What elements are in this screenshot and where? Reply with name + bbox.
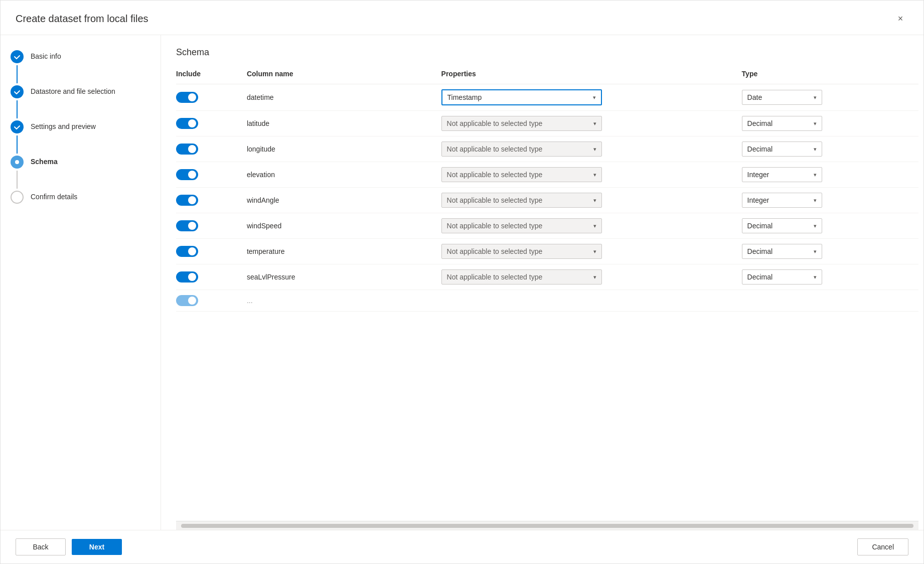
col-header-name: Column name xyxy=(247,66,441,84)
type-value-longitude: Decimal xyxy=(747,145,773,153)
type-dropdown-longitude[interactable]: Decimal ▾ xyxy=(742,142,822,157)
type-value-datetime: Date xyxy=(747,93,762,101)
chevron-down-icon: ▾ xyxy=(593,94,596,101)
col-header-include: Include xyxy=(176,66,247,84)
step-label-settings: Settings and preview xyxy=(31,120,96,132)
toggle-elevation[interactable] xyxy=(176,169,241,180)
step-schema: Schema xyxy=(11,156,150,191)
type-cell-seaLvlPressure: Decimal ▾ xyxy=(742,264,918,290)
type-dropdown-temperature[interactable]: Decimal ▾ xyxy=(742,244,822,259)
step-circle-schema xyxy=(11,156,24,169)
toggle-cell-seaLvlPressure xyxy=(176,264,247,290)
type-value-temperature: Decimal xyxy=(747,247,773,255)
props-dropdown-windSpeed[interactable]: Not applicable to selected type ▾ xyxy=(441,218,602,233)
type-cell-datetime: Date ▾ xyxy=(742,84,918,111)
type-dropdown-seaLvlPressure[interactable]: Decimal ▾ xyxy=(742,269,822,285)
horizontal-scrollbar[interactable] xyxy=(176,521,918,530)
table-row: elevation Not applicable to selected typ… xyxy=(176,162,918,188)
type-cell-windSpeed: Decimal ▾ xyxy=(742,213,918,239)
schema-area: Schema Include Column name Properties Ty… xyxy=(161,35,923,530)
chevron-down-icon: ▾ xyxy=(814,146,817,153)
dialog-title: Create dataset from local files xyxy=(16,13,148,25)
type-cell-windAngle: Integer ▾ xyxy=(742,188,918,213)
props-dropdown-datetime[interactable]: Timestamp ▾ xyxy=(441,89,602,105)
type-dropdown-windAngle[interactable]: Integer ▾ xyxy=(742,193,822,208)
toggle-cell-windAngle xyxy=(176,188,247,213)
step-connector-4 xyxy=(17,171,18,189)
step-datastore: Datastore and file selection xyxy=(11,85,150,120)
type-value-windAngle: Integer xyxy=(747,196,769,204)
table-row: longitude Not applicable to selected typ… xyxy=(176,136,918,162)
toggle-seaLvlPressure[interactable] xyxy=(176,271,241,283)
next-button[interactable]: Next xyxy=(72,539,122,555)
step-connector-3 xyxy=(17,135,18,154)
toggle-last[interactable] xyxy=(176,295,241,306)
chevron-down-icon: ▾ xyxy=(593,248,596,255)
step-confirm: Confirm details xyxy=(11,191,150,204)
dialog-body: Basic info Datastore and file selection xyxy=(1,35,923,530)
type-dropdown-datetime[interactable]: Date ▾ xyxy=(742,90,822,105)
toggle-temperature[interactable] xyxy=(176,246,241,257)
main-content: Schema Include Column name Properties Ty… xyxy=(161,35,923,530)
table-row: windAngle Not applicable to selected typ… xyxy=(176,188,918,213)
props-dropdown-temperature[interactable]: Not applicable to selected type ▾ xyxy=(441,244,602,259)
table-row: seaLvlPressure Not applicable to selecte… xyxy=(176,264,918,290)
toggle-longitude[interactable] xyxy=(176,144,241,155)
chevron-down-icon: ▾ xyxy=(593,146,596,153)
toggle-latitude[interactable] xyxy=(176,118,241,129)
table-row: datetime Timestamp ▾ Date ▾ xyxy=(176,84,918,111)
props-dropdown-elevation[interactable]: Not applicable to selected type ▾ xyxy=(441,167,602,182)
props-dropdown-seaLvlPressure[interactable]: Not applicable to selected type ▾ xyxy=(441,269,602,285)
step-label-basic-info: Basic info xyxy=(31,50,61,62)
schema-table: Include Column name Properties Type date… xyxy=(176,66,918,312)
props-cell-longitude: Not applicable to selected type ▾ xyxy=(441,136,742,162)
props-value-latitude: Not applicable to selected type xyxy=(447,119,543,127)
step-circle-basic-info xyxy=(11,50,24,63)
type-cell-latitude: Decimal ▾ xyxy=(742,111,918,136)
toggle-windSpeed[interactable] xyxy=(176,220,241,231)
schema-table-wrapper[interactable]: Include Column name Properties Type date… xyxy=(161,66,923,521)
col-name-datetime: datetime xyxy=(247,84,441,111)
cancel-button[interactable]: Cancel xyxy=(857,538,908,555)
step-settings: Settings and preview xyxy=(11,120,150,156)
sidebar: Basic info Datastore and file selection xyxy=(1,35,161,530)
toggle-datetime[interactable] xyxy=(176,92,241,103)
back-button[interactable]: Back xyxy=(16,538,66,555)
props-value-windSpeed: Not applicable to selected type xyxy=(447,222,543,230)
chevron-down-icon: ▾ xyxy=(814,223,817,229)
type-cell-temperature: Decimal ▾ xyxy=(742,239,918,264)
step-connector-1 xyxy=(17,65,18,83)
type-value-latitude: Decimal xyxy=(747,119,773,127)
props-value-datetime: Timestamp xyxy=(447,93,482,101)
toggle-cell-windSpeed xyxy=(176,213,247,239)
props-cell-last xyxy=(441,290,742,312)
props-dropdown-latitude[interactable]: Not applicable to selected type ▾ xyxy=(441,116,602,131)
props-cell-seaLvlPressure: Not applicable to selected type ▾ xyxy=(441,264,742,290)
step-connector-2 xyxy=(17,100,18,118)
props-value-seaLvlPressure: Not applicable to selected type xyxy=(447,273,543,281)
type-cell-longitude: Decimal ▾ xyxy=(742,136,918,162)
toggle-cell-longitude xyxy=(176,136,247,162)
step-basic-info: Basic info xyxy=(11,50,150,85)
close-button[interactable]: × xyxy=(892,11,908,27)
toggle-cell-elevation xyxy=(176,162,247,188)
type-dropdown-windSpeed[interactable]: Decimal ▾ xyxy=(742,218,822,233)
chevron-down-icon: ▾ xyxy=(593,172,596,178)
chevron-down-icon: ▾ xyxy=(593,120,596,127)
type-value-windSpeed: Decimal xyxy=(747,222,773,230)
col-name-longitude: longitude xyxy=(247,136,441,162)
col-name-windAngle: windAngle xyxy=(247,188,441,213)
props-dropdown-longitude[interactable]: Not applicable to selected type ▾ xyxy=(441,142,602,157)
type-value-seaLvlPressure: Decimal xyxy=(747,273,773,281)
type-cell-elevation: Integer ▾ xyxy=(742,162,918,188)
step-label-schema: Schema xyxy=(31,156,58,167)
props-value-longitude: Not applicable to selected type xyxy=(447,145,543,153)
toggle-cell-datetime xyxy=(176,84,247,111)
props-cell-windAngle: Not applicable to selected type ▾ xyxy=(441,188,742,213)
props-dropdown-windAngle[interactable]: Not applicable to selected type ▾ xyxy=(441,193,602,208)
toggle-windAngle[interactable] xyxy=(176,195,241,206)
chevron-down-icon: ▾ xyxy=(593,223,596,229)
type-dropdown-elevation[interactable]: Integer ▾ xyxy=(742,167,822,182)
type-dropdown-latitude[interactable]: Decimal ▾ xyxy=(742,116,822,131)
props-cell-windSpeed: Not applicable to selected type ▾ xyxy=(441,213,742,239)
